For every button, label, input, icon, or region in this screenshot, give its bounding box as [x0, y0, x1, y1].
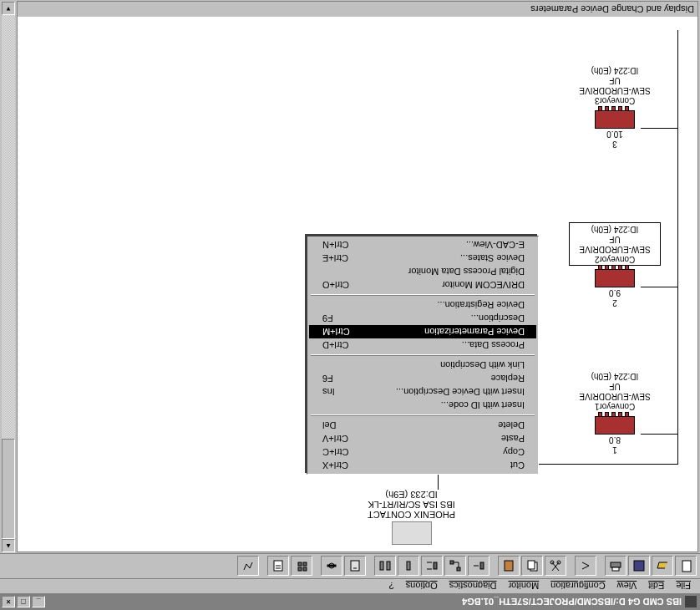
- vertical-scrollbar[interactable]: ▲ ▼: [2, 2, 15, 552]
- svg-rect-10: [505, 562, 513, 572]
- menu-file[interactable]: File: [670, 581, 697, 592]
- svg-rect-11: [480, 563, 484, 570]
- window-title: IBS CMD G4 D:/IBSCMD/PROJECT/S7ETH_01.BG…: [462, 597, 682, 607]
- root-name: PHOENIX CONTACT: [368, 510, 455, 520]
- cm-paste[interactable]: PasteCtrl+V: [309, 432, 536, 445]
- device-slot: 3: [569, 139, 661, 149]
- device-2[interactable]: 2 9.0 Conveyor2 SEW-EURODRIVE UF ID:224 …: [569, 222, 661, 308]
- tool-device-1[interactable]: [344, 557, 366, 577]
- svg-rect-9: [528, 562, 535, 570]
- subwindow: PHOENIX CONTACT IBS ISA SC/RI/RT-LK ID:2…: [17, 1, 698, 552]
- cm-device-registration[interactable]: Device Registration...: [309, 298, 536, 312]
- tool-new[interactable]: [675, 557, 697, 577]
- cm-description[interactable]: Description...F9: [309, 312, 536, 325]
- svg-rect-28: [298, 568, 302, 572]
- tool-config-3[interactable]: [421, 557, 443, 577]
- cm-device-states[interactable]: Device States...Ctrl+E: [309, 252, 536, 265]
- svg-rect-1: [634, 562, 644, 572]
- device-make: SEW-EURODRIVE: [571, 244, 658, 254]
- tool-paste[interactable]: [498, 557, 520, 577]
- device-addr: 8.0: [569, 435, 661, 445]
- cm-insert-id[interactable]: Insert with ID code...: [309, 399, 536, 412]
- tool-open[interactable]: [652, 557, 673, 577]
- menu-options[interactable]: Options: [400, 581, 444, 592]
- svg-rect-21: [387, 562, 390, 571]
- tool-config-5[interactable]: [374, 557, 396, 577]
- device-id: ID:224 (E0h): [569, 371, 661, 381]
- root-id: ID:233 (E9h): [368, 490, 455, 500]
- tool-config-2[interactable]: [444, 557, 466, 577]
- menu-configuration[interactable]: Configuration: [545, 581, 611, 592]
- context-menu: CutCtrl+X CopyCtrl+C PasteCtrl+V DeleteD…: [307, 236, 539, 475]
- scroll-track[interactable]: [2, 15, 15, 439]
- tool-undo[interactable]: [575, 557, 596, 577]
- svg-rect-17: [434, 563, 437, 570]
- svg-rect-29: [303, 563, 307, 567]
- device-model: UF: [571, 234, 658, 244]
- subwindow-title: Display and Change Device Parameters: [530, 4, 694, 14]
- svg-rect-30: [298, 563, 302, 567]
- cm-device-parameterization[interactable]: Device ParameterizationCtrl+M: [309, 325, 536, 338]
- cm-cut[interactable]: CutCtrl+X: [309, 459, 536, 472]
- toolbar: [0, 553, 700, 578]
- tool-form[interactable]: [267, 557, 289, 577]
- svg-rect-22: [380, 562, 383, 571]
- device-make: SEW-EURODRIVE: [569, 391, 661, 401]
- menu-edit[interactable]: Edit: [642, 581, 670, 592]
- cm-digital-process-monitor[interactable]: Digital Process Data Monitor: [309, 265, 536, 278]
- menubar: File Edit View Configuration Monitor Dia…: [0, 578, 700, 593]
- svg-rect-13: [457, 568, 460, 572]
- device-addr: 10.0: [569, 129, 661, 139]
- cm-separator: [311, 354, 535, 356]
- cm-insert-desc[interactable]: Insert with Device Description...Ins: [309, 385, 536, 399]
- device-icon: [595, 416, 635, 435]
- cm-replace[interactable]: ReplaceF6: [309, 372, 536, 385]
- controller-icon: [392, 521, 432, 545]
- scroll-thumb[interactable]: [2, 439, 15, 539]
- svg-rect-20: [407, 562, 410, 571]
- device-3[interactable]: 3 10.0 Conveyor3 SEW-EURODRIVE UF ID:224…: [569, 65, 661, 149]
- device-model: UF: [569, 381, 661, 391]
- cm-process-data[interactable]: Process Data...Ctrl+D: [309, 338, 536, 352]
- tool-cut[interactable]: [545, 557, 566, 577]
- workspace: PHOENIX CONTACT IBS ISA SC/RI/RT-LK ID:2…: [0, 0, 700, 553]
- device-make: SEW-EURODRIVE: [569, 85, 661, 95]
- svg-rect-23: [351, 562, 359, 572]
- minimize-button[interactable]: _: [32, 596, 45, 607]
- device-slot: 1: [569, 445, 661, 455]
- tool-misc[interactable]: [237, 557, 259, 577]
- tool-print[interactable]: [605, 557, 626, 577]
- tool-config-4[interactable]: [398, 557, 419, 577]
- close-button[interactable]: ×: [2, 596, 15, 607]
- cm-drivecom-monitor[interactable]: DRIVECOM MonitorCtrl+O: [309, 278, 536, 292]
- cm-copy[interactable]: CopyCtrl+C: [309, 445, 536, 459]
- titlebar: IBS CMD G4 D:/IBSCMD/PROJECT/S7ETH_01.BG…: [0, 593, 700, 610]
- tool-grid[interactable]: [291, 557, 312, 577]
- bus-line: [677, 30, 678, 465]
- device-name: Conveyor2: [571, 254, 658, 264]
- cm-ecad-view[interactable]: E-CAD-View...Ctrl+N: [309, 238, 536, 252]
- cm-link-desc[interactable]: Link with Description: [309, 358, 536, 372]
- maximize-button[interactable]: □: [17, 596, 30, 607]
- menu-diagnostics[interactable]: Diagnostics: [444, 581, 503, 592]
- root-device[interactable]: PHOENIX CONTACT IBS ISA SC/RI/RT-LK ID:2…: [368, 490, 455, 545]
- tool-device-2[interactable]: [321, 557, 342, 577]
- tool-config-1[interactable]: [468, 557, 489, 577]
- tool-copy[interactable]: [521, 557, 543, 577]
- svg-rect-27: [303, 568, 307, 572]
- device-id: ID:224 (E0h): [571, 224, 658, 234]
- scroll-down-button[interactable]: ▼: [2, 2, 15, 15]
- menu-view[interactable]: View: [611, 581, 643, 592]
- canvas[interactable]: PHOENIX CONTACT IBS ISA SC/RI/RT-LK ID:2…: [18, 17, 697, 552]
- svg-rect-3: [612, 568, 619, 572]
- device-icon: [595, 269, 635, 287]
- device-model: UF: [569, 75, 661, 85]
- scroll-up-button[interactable]: ▲: [2, 539, 15, 552]
- menu-help[interactable]: ?: [383, 581, 400, 592]
- cm-delete[interactable]: DeleteDel: [309, 419, 536, 432]
- menu-monitor[interactable]: Monitor: [503, 581, 545, 592]
- device-1[interactable]: 1 8.0 Conveyor1 SEW-EURODRIVE UF ID:224 …: [569, 371, 661, 455]
- device-name: Conveyor1: [569, 401, 661, 411]
- tool-save[interactable]: [628, 557, 650, 577]
- device-addr: 9.0: [569, 287, 661, 297]
